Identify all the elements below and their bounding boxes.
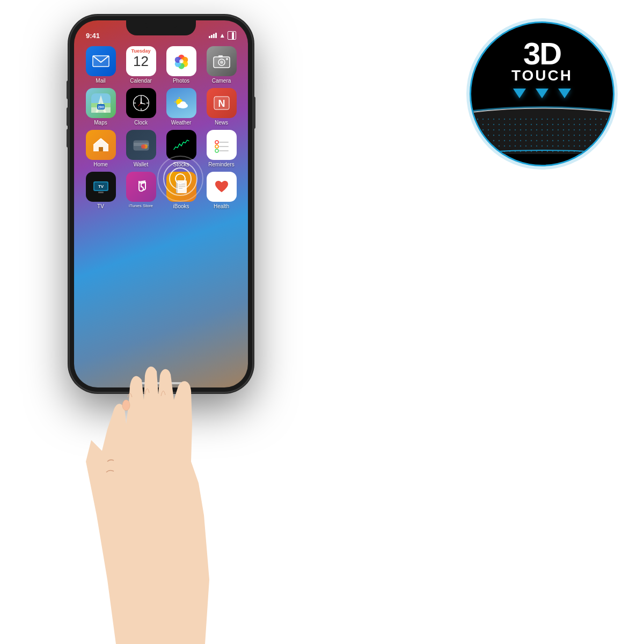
svg-point-43	[141, 144, 145, 149]
battery-icon: ▐	[228, 31, 236, 40]
phone-mockup: 9:41 ▲ ▐	[32, 16, 290, 542]
phone-notch	[126, 20, 196, 35]
app-camera-icon	[207, 46, 237, 76]
home-indicator	[140, 382, 182, 384]
app-home-icon	[86, 130, 116, 160]
status-time: 9:41	[86, 32, 100, 40]
badge-3d-label: 3D	[523, 38, 561, 69]
app-reminders[interactable]: Reminders	[203, 130, 239, 167]
signal-bar-2	[211, 35, 213, 38]
svg-point-48	[215, 149, 218, 152]
app-wallet[interactable]: Wallet	[123, 130, 159, 167]
wifi-icon: ▲	[219, 32, 225, 39]
app-home-label: Home	[93, 162, 108, 167]
app-news-icon: N	[207, 88, 237, 118]
svg-point-13	[226, 58, 228, 60]
svg-text:N: N	[218, 98, 225, 109]
app-maps-label: Maps	[94, 120, 107, 126]
phone-body: 9:41 ▲ ▐	[70, 16, 252, 392]
badge-3d-touch: 3D TOUCH	[470, 21, 614, 166]
app-health-icon	[207, 172, 237, 202]
app-camera[interactable]: Camera	[203, 46, 239, 84]
app-maps-icon: 280	[86, 88, 116, 118]
signal-bar-1	[209, 36, 210, 38]
app-calendar-label: Calendar	[130, 78, 152, 84]
app-photos[interactable]: Photos	[163, 46, 199, 84]
calendar-date: 12	[126, 54, 156, 69]
app-clock-label: Clock	[134, 120, 148, 126]
svg-text:280: 280	[98, 105, 104, 109]
signal-bar-4	[215, 33, 217, 38]
app-news[interactable]: N News	[203, 88, 239, 126]
app-health[interactable]: Health	[203, 172, 239, 209]
arrow-2	[536, 89, 548, 98]
app-photos-icon	[166, 46, 196, 76]
app-calendar[interactable]: Tuesday 12 Calendar	[123, 46, 159, 84]
app-health-label: Health	[214, 203, 229, 209]
app-reminders-icon	[207, 130, 237, 160]
app-camera-label: Camera	[212, 78, 231, 84]
svg-text:TV: TV	[98, 184, 104, 189]
app-tv-label: TV	[97, 203, 104, 209]
app-clock[interactable]: Clock	[123, 88, 159, 126]
app-clock-icon	[126, 88, 156, 118]
phone-screen: 9:41 ▲ ▐	[74, 20, 248, 387]
signal-bars	[209, 33, 217, 38]
app-wallet-label: Wallet	[134, 162, 148, 167]
app-weather-icon	[166, 88, 196, 118]
status-icons: ▲ ▐	[209, 31, 236, 40]
svg-point-44	[215, 141, 218, 144]
app-photos-label: Photos	[173, 78, 189, 84]
app-reminders-label: Reminders	[208, 162, 234, 167]
app-mail-label: Mail	[96, 78, 105, 84]
arrow-1	[513, 89, 526, 98]
app-tv-icon: TV	[86, 172, 116, 202]
svg-rect-39	[99, 147, 103, 151]
svg-rect-12	[218, 55, 223, 57]
svg-rect-61	[470, 116, 614, 154]
app-home[interactable]: Home	[83, 130, 119, 167]
app-tv[interactable]: TV TV	[83, 172, 119, 209]
app-itunes-icon	[126, 172, 156, 202]
app-calendar-icon: Tuesday 12	[126, 46, 156, 76]
svg-point-27	[140, 102, 142, 104]
svg-point-35	[180, 101, 186, 107]
app-news-label: News	[215, 120, 228, 126]
badge-touch-label: TOUCH	[511, 67, 573, 84]
signal-bar-3	[213, 34, 215, 38]
app-maps[interactable]: 280 Maps	[83, 88, 119, 126]
app-weather-label: Weather	[171, 120, 192, 126]
app-itunes[interactable]: iTunes Store	[123, 172, 159, 209]
app-itunes-label: iTunes Store	[129, 203, 153, 208]
arrows-row	[513, 89, 571, 98]
app-wallet-icon	[126, 130, 156, 160]
svg-rect-52	[98, 192, 104, 193]
svg-point-8	[179, 59, 184, 63]
app-mail[interactable]: Mail	[83, 46, 119, 84]
svg-point-46	[215, 145, 218, 148]
svg-point-11	[220, 61, 223, 64]
app-weather[interactable]: Weather	[163, 88, 199, 126]
app-ibooks-label: iBooks	[173, 203, 189, 209]
app-mail-icon	[86, 46, 116, 76]
arrow-3	[558, 89, 571, 98]
touch-ripple	[159, 157, 202, 200]
